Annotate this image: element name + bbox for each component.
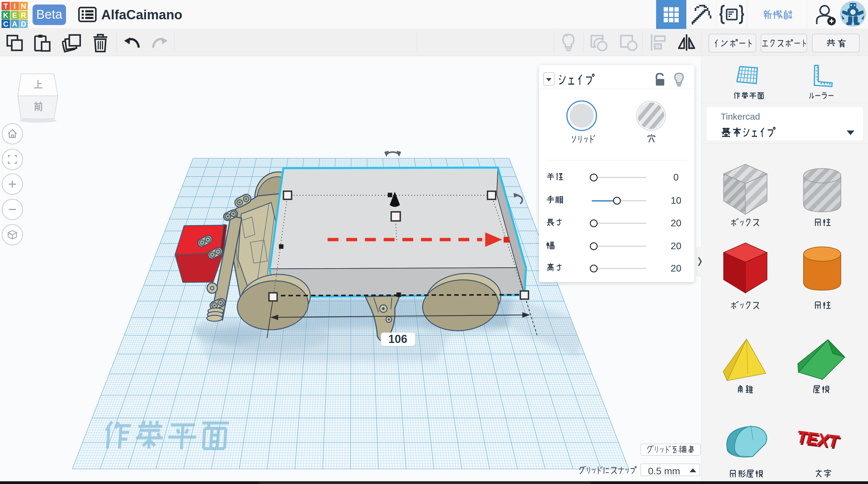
svg-text:106: 106 — [388, 333, 407, 345]
